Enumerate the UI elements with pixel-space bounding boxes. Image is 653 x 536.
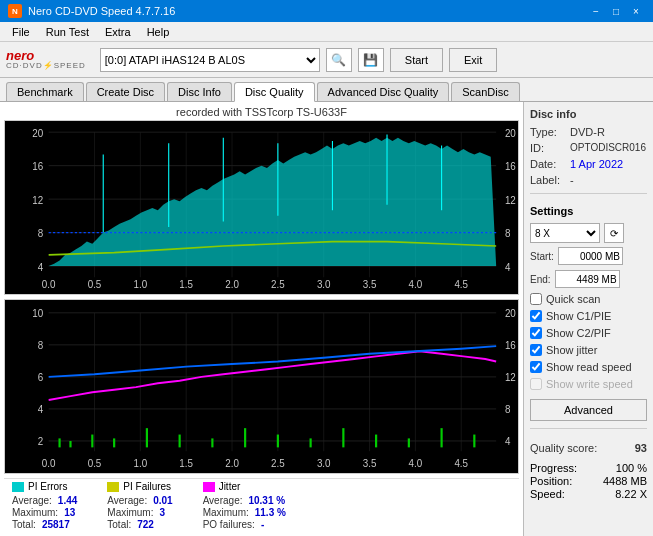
jitter-max-label: Maximum: (203, 507, 249, 518)
tab-disc-quality[interactable]: Disc Quality (234, 82, 315, 102)
disc-date-value: 1 Apr 2022 (570, 158, 623, 170)
show-jitter-checkbox[interactable] (530, 344, 542, 356)
scan-icon-button[interactable]: 🔍 (326, 48, 352, 72)
pi-failures-max-value: 3 (159, 507, 165, 518)
speed-select[interactable]: 8 X Max 1 X 2 X 4 X 16 X (530, 223, 600, 243)
advanced-button[interactable]: Advanced (530, 399, 647, 421)
pi-errors-total-value: 25817 (42, 519, 70, 530)
pi-failures-total-value: 722 (137, 519, 154, 530)
jitter-stats: Jitter Average: 10.31 % Maximum: 11.3 % … (203, 481, 286, 530)
bottom-chart: 10 8 6 4 2 20 16 12 8 4 (4, 299, 519, 474)
svg-text:4.5: 4.5 (454, 456, 468, 469)
disc-id-value: OPTODISCR016 (570, 142, 646, 154)
stats-bottom: PI Errors Average: 1.44 Maximum: 13 Tota… (4, 478, 519, 532)
disc-id-label: ID: (530, 142, 566, 154)
pi-failures-stats: PI Failures Average: 0.01 Maximum: 3 Tot… (107, 481, 172, 530)
speed-value: 8.22 X (615, 488, 647, 500)
disc-label-row: Label: - (530, 174, 647, 186)
svg-text:4: 4 (505, 261, 511, 272)
progress-row: Progress: 100 % (530, 462, 647, 474)
jitter-avg-label: Average: (203, 495, 243, 506)
svg-text:4: 4 (505, 434, 511, 447)
svg-text:20: 20 (505, 306, 516, 319)
show-jitter-label: Show jitter (546, 344, 597, 356)
main-content: recorded with TSSTcorp TS-U633F (0, 102, 653, 536)
pi-failures-avg-value: 0.01 (153, 495, 172, 506)
svg-text:1.5: 1.5 (179, 456, 193, 469)
show-write-speed-checkbox[interactable] (530, 378, 542, 390)
svg-text:8: 8 (38, 228, 44, 239)
menu-extra[interactable]: Extra (97, 24, 139, 40)
svg-text:2.0: 2.0 (225, 456, 239, 469)
show-c2-pif-checkbox[interactable] (530, 327, 542, 339)
svg-text:3.0: 3.0 (317, 279, 331, 290)
disc-type-label: Type: (530, 126, 566, 138)
svg-text:4.5: 4.5 (454, 279, 468, 290)
jitter-label: Jitter (219, 481, 241, 492)
refresh-button[interactable]: ⟳ (604, 223, 624, 243)
settings-title: Settings (530, 205, 647, 217)
pi-errors-label: PI Errors (28, 481, 67, 492)
show-read-speed-checkbox[interactable] (530, 361, 542, 373)
divider2 (530, 428, 647, 429)
menu-file[interactable]: File (4, 24, 38, 40)
svg-text:4.0: 4.0 (409, 279, 423, 290)
menu-help[interactable]: Help (139, 24, 178, 40)
jitter-avg-value: 10.31 % (248, 495, 285, 506)
pi-failures-avg-label: Average: (107, 495, 147, 506)
charts-area: recorded with TSSTcorp TS-U633F (0, 102, 523, 536)
jitter-po-label: PO failures: (203, 519, 255, 530)
pi-failures-label: PI Failures (123, 481, 171, 492)
svg-text:12: 12 (505, 370, 516, 383)
svg-text:12: 12 (505, 194, 516, 205)
titlebar: N Nero CD-DVD Speed 4.7.7.16 − □ × (0, 0, 653, 22)
svg-text:1.5: 1.5 (179, 279, 193, 290)
quick-scan-row: Quick scan (530, 293, 647, 305)
end-input[interactable] (555, 270, 620, 288)
quality-score-value: 93 (635, 442, 647, 454)
pi-errors-max-label: Maximum: (12, 507, 58, 518)
menu-run-test[interactable]: Run Test (38, 24, 97, 40)
tab-scan-disc[interactable]: ScanDisc (451, 82, 519, 101)
svg-text:8: 8 (505, 402, 511, 415)
tab-disc-info[interactable]: Disc Info (167, 82, 232, 101)
position-label: Position: (530, 475, 572, 487)
start-field-row: Start: (530, 247, 647, 265)
close-button[interactable]: × (627, 3, 645, 19)
tab-benchmark[interactable]: Benchmark (6, 82, 84, 101)
quick-scan-checkbox[interactable] (530, 293, 542, 305)
tab-advanced-disc-quality[interactable]: Advanced Disc Quality (317, 82, 450, 101)
minimize-button[interactable]: − (587, 3, 605, 19)
progress-section: Progress: 100 % Position: 4488 MB Speed:… (530, 462, 647, 501)
position-value: 4488 MB (603, 475, 647, 487)
app-title: Nero CD-DVD Speed 4.7.7.16 (28, 5, 175, 17)
pi-errors-avg-row: Average: 1.44 (12, 495, 77, 506)
speed-label: Speed: (530, 488, 565, 500)
chart-title: recorded with TSSTcorp TS-U633F (4, 106, 519, 118)
show-write-speed-row: Show write speed (530, 378, 647, 390)
pi-errors-avg-label: Average: (12, 495, 52, 506)
svg-text:1.0: 1.0 (134, 456, 148, 469)
pi-errors-max-value: 13 (64, 507, 75, 518)
save-icon-button[interactable]: 💾 (358, 48, 384, 72)
jitter-max-row: Maximum: 11.3 % (203, 507, 286, 518)
tab-create-disc[interactable]: Create Disc (86, 82, 165, 101)
exit-button[interactable]: Exit (449, 48, 497, 72)
drive-select[interactable]: [0:0] ATAPI iHAS124 B AL0S (100, 48, 320, 72)
start-button[interactable]: Start (390, 48, 443, 72)
svg-text:6: 6 (38, 370, 44, 383)
speed-row-quality: Speed: 8.22 X (530, 488, 647, 500)
show-c1-pie-checkbox[interactable] (530, 310, 542, 322)
svg-text:4: 4 (38, 261, 44, 272)
show-c1-pie-label: Show C1/PIE (546, 310, 611, 322)
jitter-avg-row: Average: 10.31 % (203, 495, 286, 506)
start-input[interactable] (558, 247, 623, 265)
disc-date-label: Date: (530, 158, 566, 170)
divider1 (530, 193, 647, 194)
tabs-bar: Benchmark Create Disc Disc Info Disc Qua… (0, 78, 653, 102)
svg-text:16: 16 (32, 161, 43, 172)
show-c1-row: Show C1/PIE (530, 310, 647, 322)
maximize-button[interactable]: □ (607, 3, 625, 19)
pi-errors-total-label: Total: (12, 519, 36, 530)
svg-text:0.5: 0.5 (88, 456, 102, 469)
